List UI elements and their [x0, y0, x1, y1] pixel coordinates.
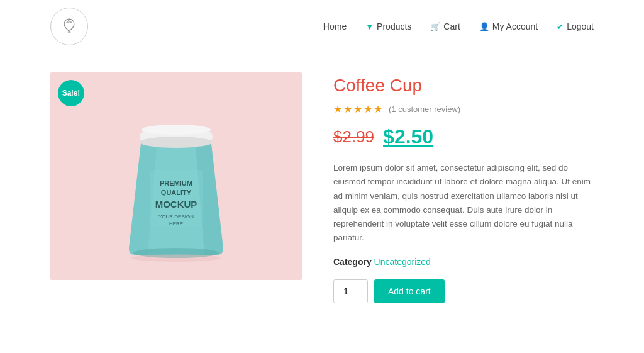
product-image: PREMIUM QUALITY MOCKUP YOUR DESIGN HERE — [107, 72, 245, 280]
nav-cart[interactable]: 🛒 Cart — [430, 21, 460, 31]
add-to-cart-row: Add to cart — [333, 279, 594, 303]
price-new: $2.50 — [383, 125, 433, 148]
svg-text:MOCKUP: MOCKUP — [155, 199, 197, 210]
price-old: $2.99 — [333, 127, 374, 147]
svg-text:QUALITY: QUALITY — [161, 189, 192, 196]
site-header: Home ▼ Products 🛒 Cart 👤 My Account ✔ Lo… — [0, 0, 644, 53]
review-count: (1 customer review) — [389, 104, 460, 114]
logo-bird-icon — [60, 15, 79, 38]
rating-row: ★★★★★ (1 customer review) — [333, 103, 594, 115]
product-title: Coffee Cup — [333, 76, 594, 96]
nav-logout-label: Logout — [567, 21, 594, 31]
main-content: Sale! PR — [0, 53, 644, 322]
nav-home[interactable]: Home — [323, 21, 347, 31]
add-to-cart-button[interactable]: Add to cart — [374, 279, 445, 303]
user-icon: 👤 — [479, 22, 489, 31]
product-description: Lorem ipsum dolor sit amet, consectetur … — [333, 161, 594, 245]
cart-icon: 🛒 — [430, 22, 440, 31]
nav-logout[interactable]: ✔ Logout — [557, 21, 594, 31]
main-nav: Home ▼ Products 🛒 Cart 👤 My Account ✔ Lo… — [323, 21, 594, 31]
svg-text:YOUR DESIGN: YOUR DESIGN — [158, 214, 194, 220]
nav-my-account[interactable]: 👤 My Account — [479, 21, 538, 31]
category-row: Category Uncategorized — [333, 257, 594, 267]
svg-point-3 — [140, 137, 213, 148]
price-row: $2.99 $2.50 — [333, 125, 594, 148]
product-image-area: Sale! PR — [50, 72, 302, 280]
check-icon: ✔ — [557, 22, 564, 31]
category-value: Uncategorized — [374, 257, 431, 267]
svg-point-11 — [131, 254, 221, 262]
svg-text:PREMIUM: PREMIUM — [160, 179, 192, 187]
svg-text:HERE: HERE — [169, 221, 183, 227]
nav-products-label: Products — [377, 21, 411, 31]
star-rating: ★★★★★ — [333, 103, 384, 115]
svg-point-2 — [142, 125, 211, 135]
quantity-input[interactable] — [333, 279, 368, 303]
site-logo[interactable] — [50, 8, 88, 45]
nav-cart-label: Cart — [443, 21, 460, 31]
category-label: Category — [333, 257, 372, 267]
product-details: Coffee Cup ★★★★★ (1 customer review) $2.… — [333, 72, 594, 303]
chevron-down-icon: ▼ — [365, 22, 374, 31]
nav-products[interactable]: ▼ Products — [365, 21, 411, 31]
nav-my-account-label: My Account — [492, 21, 538, 31]
nav-home-label: Home — [323, 21, 347, 31]
sale-badge: Sale! — [58, 80, 84, 106]
